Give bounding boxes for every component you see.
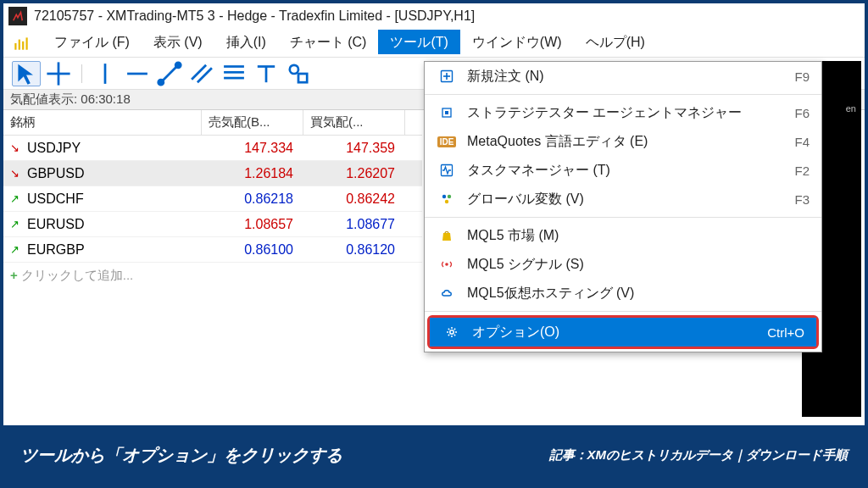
pulse-icon: [437, 164, 457, 177]
vline-tool-icon[interactable]: [91, 61, 120, 86]
add-symbol-row[interactable]: +クリックして追加...: [3, 263, 422, 289]
caption-main: ツールから「オプション」をクリックする: [20, 444, 342, 467]
symbol-name: GBPUSD: [27, 166, 85, 181]
trend-up-icon: ↗: [10, 218, 22, 230]
plus-icon: +: [10, 268, 18, 282]
titlebar: 72105757 - XMTrading-MT5 3 - Hedge - Tra…: [3, 3, 865, 29]
svg-point-30: [450, 330, 453, 334]
trend-down-icon: ↘: [10, 141, 22, 154]
trend-up-icon: ↗: [10, 243, 22, 256]
menu-item-pulse[interactable]: タスクマネージャー (T)F2: [425, 156, 821, 185]
menu-item-label: 新規注文 (N): [467, 68, 544, 86]
menu-item[interactable]: ウインドウ(W): [460, 30, 574, 54]
bid-price: 0.86218: [202, 191, 303, 207]
col-ask[interactable]: 買気配(...: [303, 110, 405, 135]
table-row[interactable]: ↗USDCHF0.862180.86242: [3, 186, 422, 212]
highlighted-menu-item-frame: オプション(O)Ctrl+O: [427, 315, 819, 349]
menu-item-bag[interactable]: MQL5 市場 (M): [425, 221, 821, 250]
menu-separator: [425, 94, 821, 95]
ask-price: 0.86120: [303, 242, 405, 258]
menu-item-label: MQL5 シグナル (S): [467, 256, 584, 274]
menu-item[interactable]: ツール(T): [378, 30, 459, 54]
bid-price: 147.334: [202, 141, 303, 156]
toolbar-separator: [81, 64, 82, 83]
text-tool-icon[interactable]: [252, 61, 281, 86]
menu-item-label: オプション(O): [472, 324, 559, 341]
globals-icon: [437, 192, 457, 206]
window-title: 72105757 - XMTrading-MT5 3 - Hedge - Tra…: [34, 8, 475, 24]
menu-item-cloud[interactable]: MQL5仮想ホスティング (V): [425, 279, 821, 308]
menu-item-shortcut: F4: [794, 135, 810, 149]
svg-point-28: [445, 200, 448, 203]
svg-rect-0: [14, 43, 16, 50]
trend-down-icon: ↘: [10, 167, 22, 180]
svg-point-27: [448, 195, 451, 198]
menu-item[interactable]: ファイル (F): [42, 30, 142, 54]
col-symbol[interactable]: 銘柄: [3, 110, 202, 135]
table-header: 銘柄 売気配(B... 買気配(...: [3, 110, 422, 136]
svg-point-29: [445, 263, 448, 266]
symbol-name: USDCHF: [27, 191, 84, 207]
table-row[interactable]: ↘USDJPY147.334147.359: [3, 136, 422, 161]
menu-item[interactable]: 表示 (V): [142, 30, 214, 54]
bid-price: 1.26184: [202, 166, 303, 181]
ask-price: 147.359: [303, 141, 405, 156]
svg-point-9: [159, 80, 164, 85]
chip-icon: [437, 106, 457, 119]
menu-item-label: タスクマネージャー (T): [467, 162, 610, 180]
bid-price: 0.86100: [202, 242, 303, 258]
menu-item-label: MetaQuotes 言語エディタ (E): [467, 133, 648, 151]
svg-rect-1: [19, 39, 20, 49]
caption-sub: 記事：XMのヒストリカルデータ｜ダウンロード手順: [549, 447, 849, 463]
menu-item-globals[interactable]: グローバル変数 (V)F3: [425, 185, 821, 214]
table-row[interactable]: ↗EURGBP0.861000.86120: [3, 237, 422, 263]
trendline-tool-icon[interactable]: [155, 61, 184, 86]
menu-item[interactable]: ヘルプ(H): [574, 30, 657, 54]
crosshair-tool-icon[interactable]: [44, 61, 73, 86]
ask-price: 1.26207: [303, 166, 405, 181]
menu-item-ide[interactable]: IDEMetaQuotes 言語エディタ (E)F4: [425, 127, 821, 156]
menu-item-gear[interactable]: オプション(O)Ctrl+O: [430, 318, 816, 347]
menu-item-shortcut: F6: [794, 106, 810, 120]
menu-item-plus-box[interactable]: 新規注文 (N)F9: [425, 62, 821, 91]
caption-bar: ツールから「オプション」をクリックする 記事：XMのヒストリカルデータ｜ダウンロ…: [3, 425, 865, 485]
svg-rect-2: [22, 41, 24, 49]
tools-menu-dropdown: 新規注文 (N)F9ストラテジテスター エージェントマネジャーF6IDEMeta…: [424, 61, 822, 352]
symbol-name: EURGBP: [27, 242, 85, 258]
menu-item-shortcut: F9: [794, 69, 810, 84]
bag-icon: [437, 229, 457, 242]
menu-item[interactable]: 挿入(I): [214, 30, 278, 54]
channel-tool-icon[interactable]: [187, 61, 216, 86]
market-watch-table: 銘柄 売気配(B... 買気配(... ↘USDJPY147.334147.35…: [3, 110, 422, 289]
table-row[interactable]: ↗EURUSD1.086571.08677: [3, 212, 422, 237]
menu-item-shortcut: Ctrl+O: [767, 325, 804, 340]
symbol-name: EURUSD: [27, 217, 85, 232]
svg-rect-19: [298, 74, 307, 82]
col-bid[interactable]: 売気配(B...: [202, 110, 303, 135]
cursor-tool-icon[interactable]: [12, 61, 41, 86]
shapes-tool-icon[interactable]: [284, 61, 313, 86]
app-icon: [8, 7, 27, 25]
ide-icon: IDE: [437, 136, 457, 147]
menu-item-chip[interactable]: ストラテジテスター エージェントマネジャーF6: [425, 98, 821, 127]
plus-box-icon: [437, 69, 457, 83]
trend-up-icon: ↗: [10, 192, 22, 205]
menu-item[interactable]: チャート (C): [278, 30, 379, 54]
menu-item-signal[interactable]: MQL5 シグナル (S): [425, 250, 821, 279]
cloud-icon: [437, 286, 457, 300]
fibo-tool-icon[interactable]: [220, 61, 248, 86]
menu-item-shortcut: F3: [794, 192, 810, 207]
bid-price: 1.08657: [202, 217, 303, 232]
menu-item-label: MQL5 市場 (M): [467, 227, 559, 245]
menu-item-label: MQL5仮想ホスティング (V): [467, 285, 634, 302]
mt5-logo-icon: [12, 34, 31, 53]
svg-rect-24: [445, 111, 448, 114]
menu-item-shortcut: F2: [794, 164, 810, 178]
menu-item-label: グローバル変数 (V): [467, 191, 584, 208]
menubar: ファイル (F)表示 (V)挿入(I)チャート (C)ツール(T)ウインドウ(W…: [3, 29, 865, 58]
hline-tool-icon[interactable]: [123, 61, 152, 86]
ask-price: 1.08677: [303, 217, 405, 232]
table-row[interactable]: ↘GBPUSD1.261841.26207: [3, 161, 422, 186]
menu-item-label: ストラテジテスター エージェントマネジャー: [467, 104, 742, 122]
symbol-name: USDJPY: [27, 141, 81, 156]
